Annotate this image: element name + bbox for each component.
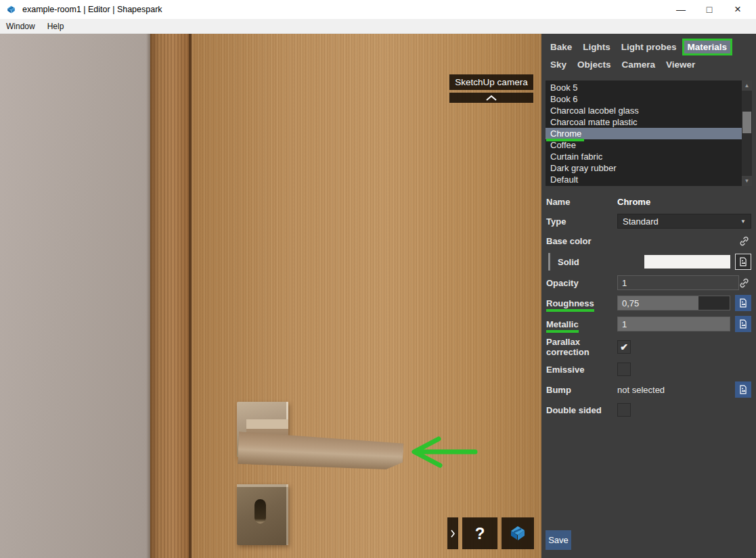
list-item[interactable]: Book 5 — [546, 82, 742, 93]
texture-picker-button[interactable] — [735, 254, 751, 270]
material-properties: Name Chrome Type Standard ▼ Base color — [541, 186, 756, 417]
opacity-row: Opacity 1 — [546, 275, 751, 290]
tab-materials[interactable]: Materials — [684, 41, 731, 53]
link-icon[interactable] — [739, 278, 751, 288]
materials-list-items: Book 5 Book 6 Charcoal lacobel glass Cha… — [546, 82, 742, 185]
roughness-slider[interactable]: 0,75 — [617, 296, 730, 310]
bump-texture-button[interactable] — [735, 381, 751, 398]
type-row: Type Standard ▼ — [546, 214, 751, 229]
close-button[interactable]: × — [724, 0, 752, 19]
viewport-buttons: ? — [447, 517, 534, 549]
metallic-texture-button[interactable] — [735, 316, 751, 332]
list-item[interactable]: Book 6 — [546, 93, 742, 105]
metallic-value: 1 — [622, 317, 627, 331]
double-sided-row: Double sided — [546, 402, 751, 417]
metallic-fill — [618, 317, 730, 331]
materials-list: Book 5 Book 6 Charcoal lacobel glass Cha… — [546, 80, 752, 186]
list-item[interactable]: Default — [546, 174, 742, 185]
list-item[interactable]: Charcoal lacobel glass — [546, 105, 742, 116]
tab-camera[interactable]: Camera — [619, 58, 659, 71]
collapse-camera-bar[interactable] — [449, 93, 533, 103]
roughness-value: 0,75 — [622, 296, 639, 310]
name-label: Name — [546, 197, 617, 207]
scroll-down-icon[interactable]: ▼ — [742, 176, 752, 186]
minimize-button[interactable]: — — [667, 0, 695, 19]
sketchup-camera-label: SketchUp camera — [455, 77, 527, 87]
bump-value: not selected — [617, 385, 665, 395]
double-sided-label: Double sided — [546, 405, 617, 415]
emissive-label: Emissive — [546, 365, 617, 375]
annotation-arrow-icon — [405, 433, 481, 471]
editor-panel: Bake Lights Light probes Materials Sky O… — [541, 34, 756, 558]
tab-sky[interactable]: Sky — [547, 58, 570, 71]
base-color-swatch[interactable] — [644, 255, 730, 269]
tab-viewer[interactable]: Viewer — [663, 58, 698, 71]
texture-icon — [738, 319, 748, 329]
texture-icon — [738, 298, 748, 308]
base-color-row: Base color — [546, 233, 751, 248]
indent-bar — [548, 253, 550, 271]
base-color-label: Base color — [546, 236, 617, 246]
type-select[interactable]: Standard ▼ — [617, 214, 751, 229]
metallic-label: Metallic — [546, 319, 579, 329]
save-button[interactable]: Save — [546, 530, 571, 550]
chevron-down-icon: ▼ — [740, 218, 746, 225]
double-sided-checkbox[interactable] — [617, 403, 631, 417]
menu-window[interactable]: Window — [0, 20, 41, 32]
link-icon[interactable] — [739, 236, 751, 246]
emissive-row: Emissive — [546, 362, 751, 377]
expand-panel-button[interactable] — [447, 517, 458, 549]
tab-lights[interactable]: Lights — [579, 41, 614, 53]
maximize-button[interactable]: □ — [695, 0, 724, 19]
parallax-row: Parallax correction ✔ — [546, 337, 751, 357]
shapespark-brand-button[interactable] — [502, 517, 534, 549]
list-item[interactable]: Charcoal matte plastic — [546, 116, 742, 128]
parallax-checkbox[interactable]: ✔ — [617, 340, 631, 354]
emissive-checkbox[interactable] — [617, 363, 631, 376]
list-scrollbar[interactable]: ▲ ▼ — [742, 80, 752, 186]
solid-row: Solid — [546, 253, 751, 271]
chevron-right-icon — [450, 529, 455, 538]
texture-icon — [738, 385, 748, 394]
texture-icon — [738, 257, 748, 266]
scene-door-frame — [150, 34, 189, 558]
viewport-3d[interactable]: SketchUp camera ? — [0, 34, 541, 558]
name-row: Name Chrome — [546, 194, 751, 209]
scene-wall — [0, 34, 150, 558]
window-controls: — □ × — [667, 0, 752, 19]
scene-keyhole — [254, 499, 266, 524]
checkmark-icon: ✔ — [620, 342, 628, 352]
menu-help[interactable]: Help — [41, 20, 70, 32]
list-item[interactable]: Dark gray rubber — [546, 162, 742, 174]
tab-objects[interactable]: Objects — [574, 58, 615, 71]
scroll-up-icon[interactable]: ▲ — [742, 80, 752, 91]
opacity-label: Opacity — [546, 278, 617, 288]
sketchup-camera-button[interactable]: SketchUp camera — [449, 74, 533, 90]
scrollbar-thumb[interactable] — [742, 112, 751, 133]
metallic-row: Metallic 1 — [546, 316, 751, 332]
roughness-label: Roughness — [546, 298, 594, 308]
list-item[interactable]: Curtain fabric — [546, 151, 742, 162]
menu-bar: Window Help — [0, 19, 756, 34]
type-label: Type — [546, 216, 617, 227]
bump-row: Bump not selected — [546, 381, 751, 398]
name-value: Chrome — [617, 197, 650, 207]
shapespark-logo-icon — [5, 4, 17, 16]
panel-tabs: Bake Lights Light probes Materials Sky O… — [541, 34, 756, 71]
help-button[interactable]: ? — [462, 517, 497, 549]
tab-light-probes[interactable]: Light probes — [618, 41, 680, 53]
help-label: ? — [475, 524, 485, 543]
roughness-texture-button[interactable] — [735, 295, 751, 311]
metallic-slider[interactable]: 1 — [617, 317, 730, 331]
opacity-input[interactable]: 1 — [617, 275, 739, 290]
type-selected-value: Standard — [623, 216, 659, 227]
chevron-up-icon — [485, 95, 497, 101]
title-bar: example-room1 | Editor | Shapespark — □ … — [0, 0, 756, 19]
list-item-selected[interactable]: Chrome — [546, 128, 742, 139]
solid-label: Solid — [558, 257, 579, 267]
roughness-row: Roughness 0,75 — [546, 295, 751, 311]
scene-door — [192, 34, 541, 558]
tab-bake[interactable]: Bake — [547, 41, 575, 53]
parallax-label: Parallax correction — [546, 337, 617, 357]
bump-label: Bump — [546, 385, 617, 395]
